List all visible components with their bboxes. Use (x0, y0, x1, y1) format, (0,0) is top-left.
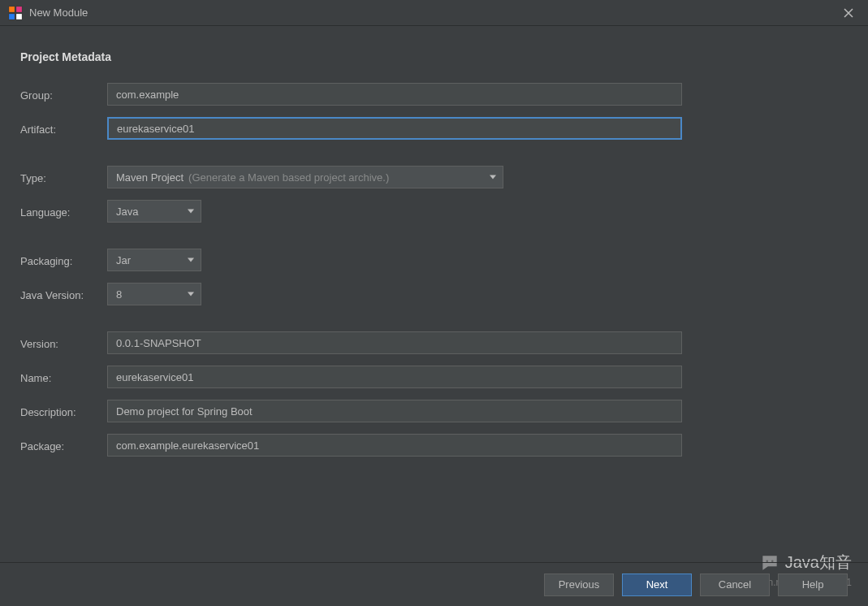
chevron-down-icon (188, 210, 194, 214)
artifact-input[interactable] (107, 117, 682, 140)
type-label: Type: (20, 171, 107, 184)
description-label: Description: (20, 405, 107, 418)
chevron-down-icon (188, 292, 194, 297)
svg-rect-2 (16, 6, 22, 12)
close-icon[interactable] (837, 2, 860, 24)
description-input[interactable] (107, 400, 682, 422)
language-label: Language: (20, 205, 107, 219)
language-select[interactable]: Java (107, 200, 201, 223)
version-input[interactable] (107, 331, 682, 354)
svg-rect-1 (9, 6, 15, 12)
language-value: Java (116, 206, 138, 218)
packaging-select[interactable]: Jar (107, 249, 201, 271)
intellij-icon (8, 6, 23, 20)
help-button[interactable]: Help (778, 574, 848, 596)
svg-rect-3 (9, 14, 15, 19)
previous-button[interactable]: Previous (544, 574, 614, 596)
version-label: Version: (20, 336, 107, 350)
name-label: Name: (20, 370, 107, 384)
chevron-down-icon (490, 175, 496, 180)
form-content: Project Metadata Group: Artifact: Type: … (0, 26, 868, 457)
type-select[interactable]: Maven Project (Generate a Maven based pr… (107, 166, 503, 188)
window-title: New Module (29, 6, 88, 19)
chevron-down-icon (188, 258, 194, 262)
section-title: Project Metadata (20, 50, 848, 63)
java-version-label: Java Version: (20, 288, 107, 301)
group-label: Group: (20, 88, 107, 102)
type-value: Maven Project (116, 171, 184, 184)
package-label: Package: (20, 439, 107, 452)
type-hint: (Generate a Maven based project archive.… (188, 171, 389, 184)
java-version-value: 8 (116, 288, 122, 301)
footer: Previous Next Cancel Help (0, 562, 868, 606)
java-version-select[interactable]: 8 (107, 283, 201, 305)
artifact-label: Artifact: (20, 122, 107, 136)
group-input[interactable] (107, 83, 682, 106)
next-button[interactable]: Next (622, 574, 692, 596)
name-input[interactable] (107, 366, 682, 388)
packaging-label: Packaging: (20, 253, 107, 267)
packaging-value: Jar (116, 254, 131, 266)
package-input[interactable] (107, 434, 682, 457)
cancel-button[interactable]: Cancel (700, 574, 770, 596)
svg-rect-4 (16, 14, 22, 19)
titlebar: New Module (0, 0, 868, 26)
